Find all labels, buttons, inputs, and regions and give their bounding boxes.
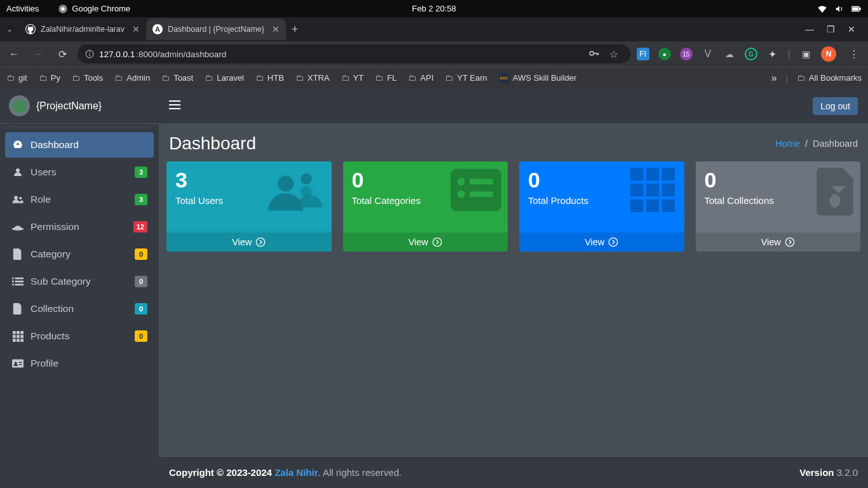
sidebar-item-role[interactable]: Role 3 bbox=[5, 187, 154, 212]
svg-point-57 bbox=[609, 238, 618, 246]
folder-icon: 🗀 bbox=[161, 73, 170, 83]
list-icon bbox=[451, 168, 501, 215]
extension-icon[interactable]: ● bbox=[658, 48, 671, 60]
grid-icon bbox=[11, 331, 24, 342]
reload-button[interactable]: ⟳ bbox=[53, 45, 71, 63]
sidebar-item-label: Category bbox=[31, 248, 128, 260]
sidebar-item-permission[interactable]: Permission 12 bbox=[5, 214, 154, 240]
close-window-button[interactable]: ✕ bbox=[848, 24, 855, 34]
sidebar-toggle-button[interactable] bbox=[169, 100, 180, 112]
bookmarks-overflow[interactable]: » bbox=[771, 72, 777, 84]
file-icon bbox=[11, 303, 24, 315]
breadcrumb-home[interactable]: Home bbox=[775, 139, 800, 149]
breadcrumb: Home / Dashboard bbox=[775, 139, 858, 149]
activities-label[interactable]: Activities bbox=[6, 4, 39, 13]
svg-rect-33 bbox=[19, 362, 22, 363]
bookmark-py[interactable]: 🗀Py bbox=[39, 73, 60, 83]
folder-icon: 🗀 bbox=[341, 73, 349, 83]
footer-author-link[interactable]: Zala Nihir bbox=[275, 467, 318, 478]
badge: 3 bbox=[135, 194, 147, 205]
sidebar-item-category[interactable]: Category 0 bbox=[5, 241, 154, 267]
close-icon[interactable]: ✕ bbox=[132, 24, 140, 34]
svg-rect-22 bbox=[13, 331, 16, 334]
arrow-circle-right-icon bbox=[785, 237, 795, 247]
bookmark-git[interactable]: 🗀git bbox=[6, 73, 27, 83]
minimize-button[interactable]: — bbox=[805, 24, 814, 34]
close-icon[interactable]: ✕ bbox=[272, 24, 280, 34]
extension-icon[interactable]: V bbox=[702, 48, 714, 60]
extensions-puzzle-icon[interactable]: ✦ bbox=[766, 48, 779, 60]
sidebar-item-profile[interactable]: Profile bbox=[5, 351, 154, 376]
grammarly-icon[interactable]: G bbox=[745, 48, 757, 60]
folder-icon: 🗀 bbox=[72, 73, 80, 83]
bookmark-label: git bbox=[18, 73, 27, 83]
svg-point-13 bbox=[14, 196, 18, 200]
bookmark-aws[interactable]: awsAWS Skill Builder bbox=[499, 73, 577, 83]
all-bookmarks[interactable]: 🗀All Bookmarks bbox=[797, 73, 862, 83]
svg-rect-52 bbox=[646, 184, 658, 196]
svg-rect-34 bbox=[19, 364, 22, 365]
new-tab-button[interactable]: + bbox=[286, 20, 304, 38]
card-view-link[interactable]: View bbox=[696, 233, 861, 252]
tab-search-chevron[interactable]: ⌄ bbox=[0, 20, 19, 39]
extension-icon[interactable]: FI bbox=[637, 48, 649, 60]
card-view-link[interactable]: View bbox=[519, 233, 684, 252]
chrome-menu-button[interactable]: ⋮ bbox=[845, 45, 863, 63]
svg-rect-50 bbox=[661, 168, 674, 180]
bookmark-api[interactable]: 🗀API bbox=[408, 73, 433, 83]
folder-icon: 🗀 bbox=[39, 73, 47, 83]
sidebar-item-subcategory[interactable]: Sub Category 0 bbox=[5, 269, 154, 294]
bookmark-tools[interactable]: 🗀Tools bbox=[72, 73, 103, 83]
breadcrumb-sep: / bbox=[805, 139, 808, 149]
sidebar-item-users[interactable]: Users 3 bbox=[5, 159, 154, 185]
svg-rect-25 bbox=[13, 335, 16, 338]
svg-rect-49 bbox=[646, 168, 658, 180]
svg-rect-36 bbox=[169, 104, 180, 105]
svg-rect-35 bbox=[169, 100, 180, 102]
maximize-button[interactable]: ❐ bbox=[827, 24, 835, 34]
brand[interactable]: {ProjectName} bbox=[0, 88, 159, 124]
profile-avatar[interactable]: N bbox=[821, 46, 836, 62]
extension-badge-icon[interactable]: 15 bbox=[680, 48, 693, 60]
card-view-link[interactable]: View bbox=[343, 233, 508, 252]
card-view-link[interactable]: View bbox=[166, 233, 332, 252]
bookmark-yt[interactable]: 🗀YT bbox=[341, 73, 364, 83]
badge: 0 bbox=[135, 276, 147, 287]
wifi-icon bbox=[817, 5, 827, 13]
sidebar-item-dashboard[interactable]: Dashboard bbox=[5, 132, 154, 158]
system-tray[interactable] bbox=[817, 4, 862, 13]
main-content: Log out Dashboard Home / Dashboard 3 Tot… bbox=[159, 88, 868, 488]
tab-github-title: ZalaNihir/adminlte-larav bbox=[41, 25, 125, 34]
sidebar-item-label: Role bbox=[31, 194, 128, 205]
back-button[interactable]: ← bbox=[5, 45, 23, 63]
current-app[interactable]: Google Chrome bbox=[58, 4, 130, 14]
tab-github[interactable]: ZalaNihir/adminlte-larav ✕ bbox=[19, 18, 146, 40]
bookmark-laravel[interactable]: 🗀Laravel bbox=[205, 73, 244, 83]
bookmark-xtra[interactable]: 🗀XTRA bbox=[295, 73, 330, 83]
aws-icon: aws bbox=[499, 73, 509, 83]
tab-dashboard[interactable]: A Dashboard | {ProjectName} ✕ bbox=[146, 18, 286, 40]
bookmark-ytearn[interactable]: 🗀YT Earn bbox=[445, 73, 487, 83]
bookmark-admin[interactable]: 🗀Admin bbox=[114, 73, 150, 83]
svg-rect-48 bbox=[630, 168, 643, 180]
address-bar[interactable]: 127.0.0.1:8000/admin/dashboard ☆ bbox=[78, 44, 630, 64]
bookmark-toast[interactable]: 🗀Toast bbox=[161, 73, 193, 83]
card-categories: 0 Total Categories View bbox=[343, 161, 508, 252]
logout-button[interactable]: Log out bbox=[813, 97, 858, 115]
side-panel-icon[interactable]: ▣ bbox=[799, 48, 812, 60]
password-key-icon[interactable] bbox=[588, 48, 600, 61]
bookmark-label: HTB bbox=[268, 73, 284, 83]
sidebar: {ProjectName} Dashboard Users 3 bbox=[0, 88, 159, 488]
svg-rect-55 bbox=[646, 200, 658, 212]
folder-icon: 🗀 bbox=[375, 73, 383, 83]
bookmark-star-icon[interactable]: ☆ bbox=[605, 45, 623, 63]
forward-button[interactable]: → bbox=[29, 45, 47, 63]
sidebar-item-collection[interactable]: Collection 0 bbox=[5, 296, 154, 322]
svg-rect-20 bbox=[12, 284, 14, 286]
sidebar-item-label: Users bbox=[31, 166, 128, 178]
extension-icons: FI ● 15 V ☁ G ✦ | ▣ N ⋮ bbox=[637, 45, 863, 63]
bookmark-fl[interactable]: 🗀FL bbox=[375, 73, 397, 83]
extension-icon[interactable]: ☁ bbox=[723, 48, 736, 60]
sidebar-item-products[interactable]: Products 0 bbox=[5, 323, 154, 349]
bookmark-htb[interactable]: 🗀HTB bbox=[255, 73, 284, 83]
